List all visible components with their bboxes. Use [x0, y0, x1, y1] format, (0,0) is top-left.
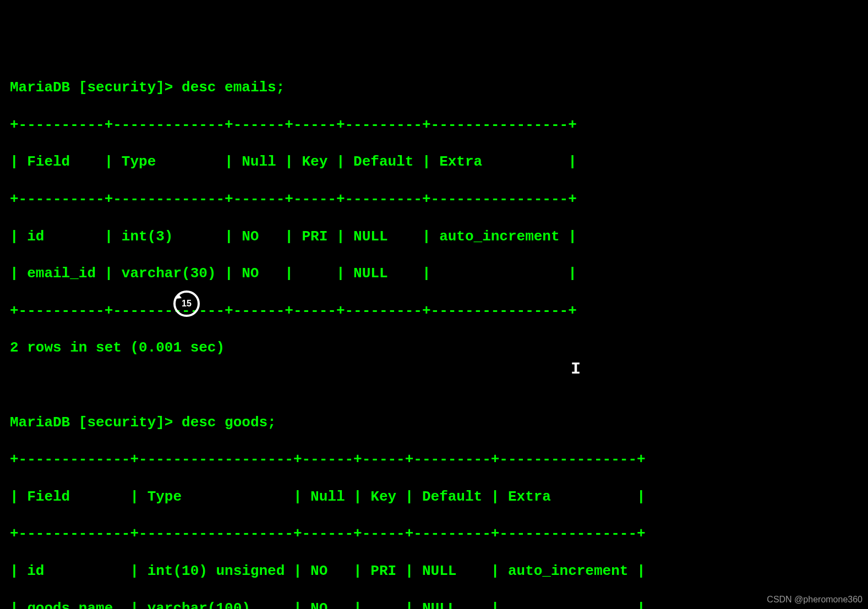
table2-row2: | goods_name | varchar(100) | NO | | NUL… — [10, 600, 858, 610]
table1-row1: | id | int(3) | NO | PRI | NULL | auto_i… — [10, 228, 858, 246]
table1-border-mid: +----------+-------------+------+-----+-… — [10, 190, 858, 209]
table1-row2: | email_id | varchar(30) | NO | | NULL |… — [10, 265, 858, 283]
prompt-line-1[interactable]: MariaDB [security]> desc emails; — [10, 79, 858, 97]
rewind-15-icon[interactable]: 15 — [172, 289, 201, 319]
blank-1 — [10, 376, 858, 395]
table2-row1: | id | int(10) unsigned | NO | PRI | NUL… — [10, 562, 858, 581]
table2-header: | Field | Type | Null | Key | Default | … — [10, 488, 858, 507]
text-cursor-icon: I — [571, 361, 581, 377]
command-1: desc emails; — [182, 79, 285, 96]
table1-header: | Field | Type | Null | Key | Default | … — [10, 153, 858, 172]
rewind-label: 15 — [182, 298, 192, 310]
prompt-text: MariaDB [security]> — [10, 414, 173, 431]
watermark: CSDN @pheromone360 — [767, 594, 862, 606]
prompt-text: MariaDB [security]> — [10, 79, 173, 96]
prompt-line-2[interactable]: MariaDB [security]> desc goods; — [10, 414, 858, 432]
result-1: 2 rows in set (0.001 sec) — [10, 339, 858, 358]
command-2: desc goods; — [182, 414, 276, 431]
table1-border-top: +----------+-------------+------+-----+-… — [10, 116, 858, 135]
table2-border-top: +-------------+------------------+------… — [10, 451, 858, 469]
table1-border-bot: +----------+-------------+------+-----+-… — [10, 302, 858, 321]
table2-border-mid: +-------------+------------------+------… — [10, 525, 858, 544]
